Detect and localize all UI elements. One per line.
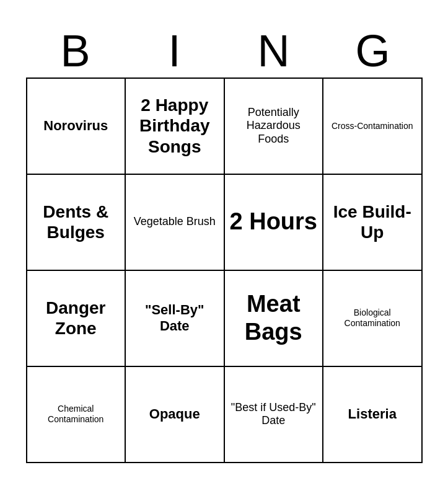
cell-text: 2 Happy Birthday Songs [131,95,219,157]
cell-r1-c2: 2 Hours [225,175,324,271]
cell-r2-c2: Meat Bags [225,271,324,367]
cell-r2-c1: "Sell-By" Date [126,271,225,367]
cell-text: Cross-Contamination [332,121,413,131]
cell-r1-c1: Vegetable Brush [126,175,225,271]
bingo-letter: G [323,27,423,76]
cell-text: "Best if Used-By" Date [230,401,318,428]
cell-r0-c0: Norovirus [27,79,126,175]
cell-r1-c3: Ice Build-Up [323,175,423,271]
bingo-letter: I [125,27,224,76]
cell-text: Dents & Bulges [32,202,120,243]
cell-text: Listeria [348,406,397,422]
bingo-letter: N [224,27,323,76]
cell-r0-c1: 2 Happy Birthday Songs [126,79,225,175]
cell-r2-c3: Biological Contamination [323,271,423,367]
cell-text: Vegetable Brush [134,215,216,229]
cell-text: Potentially Hazardous Foods [230,106,318,146]
cell-r3-c0: Chemical Contamination [27,367,126,463]
cell-r0-c3: Cross-Contamination [323,79,423,175]
cell-text: Biological Contamination [328,308,416,329]
bingo-header: BING [26,27,423,76]
cell-text: Norovirus [43,118,108,134]
cell-text: Meat Bags [230,290,318,347]
cell-r1-c0: Dents & Bulges [27,175,126,271]
cell-text: Opaque [149,406,200,422]
cell-text: "Sell-By" Date [131,302,219,335]
cell-r3-c3: Listeria [323,367,423,463]
cell-text: Ice Build-Up [328,202,416,243]
cell-r0-c2: Potentially Hazardous Foods [225,79,324,175]
cell-r3-c1: Opaque [126,367,225,463]
bingo-card: BING Norovirus2 Happy Birthday SongsPote… [14,20,435,475]
cell-r2-c0: Danger Zone [27,271,126,367]
bingo-grid: Norovirus2 Happy Birthday SongsPotential… [26,78,423,463]
cell-r3-c2: "Best if Used-By" Date [225,367,324,463]
cell-text: Chemical Contamination [32,404,120,425]
cell-text: 2 Hours [230,208,317,236]
bingo-letter: B [26,27,125,76]
cell-text: Danger Zone [32,298,120,339]
